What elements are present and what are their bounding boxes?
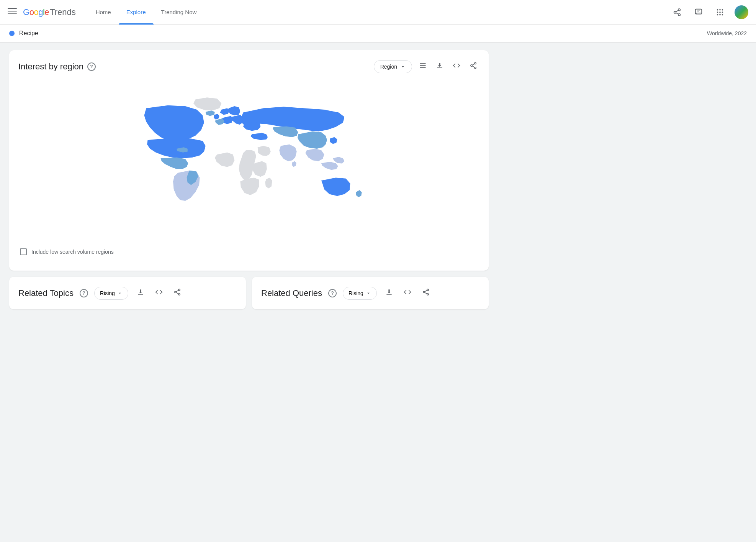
svg-point-38	[427, 294, 429, 295]
search-term: Recipe	[9, 30, 38, 37]
header-actions	[670, 5, 748, 19]
share-icon[interactable]	[670, 5, 684, 19]
world-map	[119, 89, 379, 235]
svg-point-25	[471, 65, 472, 66]
region-dropdown[interactable]: Region	[374, 60, 412, 73]
share-map-icon[interactable]	[467, 59, 479, 74]
related-topics-embed-icon[interactable]	[153, 286, 165, 300]
related-queries-embed-icon[interactable]	[401, 286, 414, 300]
svg-point-19	[722, 14, 723, 15]
list-view-icon[interactable]	[417, 59, 429, 74]
svg-rect-23	[437, 67, 442, 68]
search-bar: Recipe Worldwide, 2022	[0, 25, 756, 43]
svg-point-3	[678, 8, 681, 11]
svg-point-26	[475, 67, 476, 69]
svg-line-6	[676, 13, 678, 14]
search-meta: Worldwide, 2022	[707, 30, 747, 36]
svg-line-34	[176, 290, 178, 291]
low-volume-row: Include low search volume regions	[18, 242, 479, 261]
related-topics-help-icon[interactable]: ?	[80, 289, 88, 297]
card-title: Interest by region ?	[18, 62, 96, 72]
low-volume-checkbox[interactable]	[20, 248, 27, 255]
related-topics-header: Related Topics ? Rising	[18, 286, 237, 300]
main-content: Interest by region ? Region	[0, 43, 498, 317]
svg-rect-35	[386, 294, 391, 295]
svg-line-28	[472, 64, 475, 65]
low-volume-label[interactable]: Include low search volume regions	[31, 249, 114, 255]
svg-line-7	[676, 10, 678, 11]
svg-point-13	[722, 9, 723, 10]
svg-point-16	[722, 11, 723, 13]
svg-rect-0	[8, 8, 17, 9]
hamburger-menu[interactable]	[8, 7, 17, 18]
feedback-icon[interactable]	[692, 5, 705, 19]
interest-by-region-title: Interest by region	[18, 62, 83, 72]
svg-rect-29	[138, 294, 143, 295]
svg-point-18	[719, 14, 721, 15]
related-topics-share-icon[interactable]	[171, 286, 183, 300]
related-queries-title: Related Queries	[261, 288, 322, 298]
svg-point-36	[427, 289, 429, 291]
svg-rect-2	[8, 13, 17, 14]
svg-rect-20	[420, 63, 426, 64]
svg-line-39	[425, 292, 427, 294]
related-topics-card: Related Topics ? Rising	[9, 277, 246, 309]
search-term-label: Recipe	[19, 30, 38, 37]
svg-line-27	[472, 66, 475, 67]
related-topics-download-icon[interactable]	[134, 286, 147, 300]
help-icon[interactable]: ?	[87, 62, 96, 71]
google-wordmark: Google	[23, 7, 49, 17]
svg-point-15	[719, 11, 721, 13]
card-actions: Region	[374, 59, 479, 74]
related-queries-card: Related Queries ? Rising	[252, 277, 489, 309]
download-icon[interactable]	[434, 59, 446, 74]
apps-icon[interactable]	[713, 5, 727, 19]
world-map-container	[18, 81, 479, 242]
svg-point-12	[719, 9, 721, 10]
related-topics-dropdown[interactable]: Rising	[94, 287, 128, 300]
svg-point-37	[423, 291, 425, 293]
user-avatar[interactable]	[735, 5, 748, 19]
nav-explore[interactable]: Explore	[119, 0, 154, 25]
main-nav: Home Explore Trending Now	[88, 0, 670, 25]
svg-point-5	[678, 13, 681, 15]
svg-rect-21	[420, 65, 426, 66]
svg-line-33	[176, 292, 178, 294]
related-topics-title: Related Topics	[18, 288, 74, 298]
nav-trending-now[interactable]: Trending Now	[154, 0, 205, 25]
embed-icon[interactable]	[450, 59, 463, 74]
svg-rect-1	[8, 11, 17, 11]
related-queries-download-icon[interactable]	[383, 286, 395, 300]
bottom-row: Related Topics ? Rising	[9, 277, 489, 309]
svg-point-11	[717, 9, 718, 10]
svg-point-31	[175, 291, 176, 293]
related-queries-dropdown[interactable]: Rising	[343, 287, 377, 300]
svg-point-17	[717, 14, 718, 15]
search-dot	[9, 31, 15, 36]
google-trends-logo[interactable]: Google Trends	[23, 7, 76, 17]
svg-point-32	[178, 294, 180, 295]
card-header: Interest by region ? Region	[18, 59, 479, 74]
svg-point-24	[475, 62, 476, 64]
svg-point-30	[178, 289, 180, 291]
svg-point-4	[674, 11, 676, 13]
interest-by-region-card: Interest by region ? Region	[9, 50, 489, 271]
trends-wordmark: Trends	[50, 7, 76, 17]
svg-point-14	[717, 11, 718, 13]
nav-home[interactable]: Home	[88, 0, 119, 25]
related-queries-share-icon[interactable]	[420, 286, 432, 300]
svg-line-40	[425, 290, 427, 291]
related-queries-header: Related Queries ? Rising	[261, 286, 479, 300]
related-queries-help-icon[interactable]: ?	[328, 289, 337, 297]
header: Google Trends Home Explore Trending Now	[0, 0, 756, 25]
svg-rect-22	[420, 67, 426, 68]
